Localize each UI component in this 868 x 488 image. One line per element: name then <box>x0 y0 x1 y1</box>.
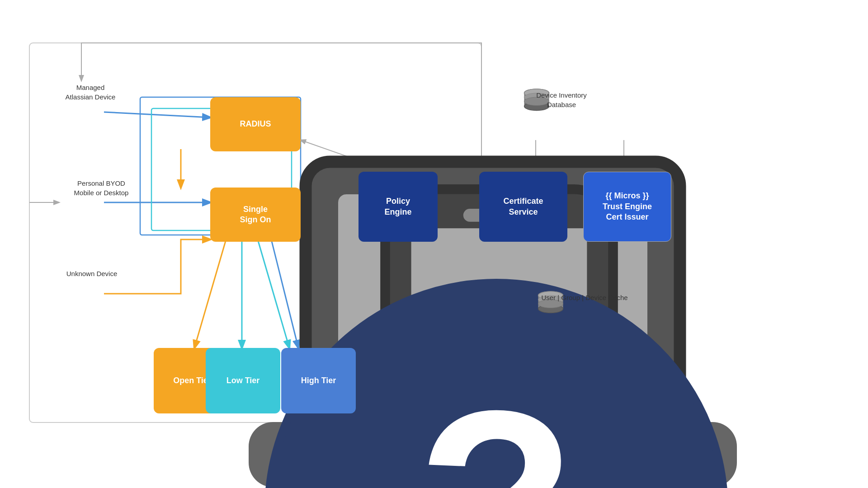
device-inventory-container: Device InventoryDatabase <box>521 88 602 109</box>
unknown-device-container: ? Unknown Device <box>62 267 121 278</box>
byod-container: Personal BYODMobile or Desktop <box>65 176 137 197</box>
managed-device-label: ManagedAtlassian Device <box>59 83 122 102</box>
user-cache-label: User | Group | Device Cache <box>535 293 634 302</box>
managed-device-container: ManagedAtlassian Device <box>59 80 122 102</box>
user-cache-container: User | Group | Device Cache <box>535 291 634 302</box>
radius-node: RADIUS <box>210 97 301 151</box>
svg-text:?: ? <box>417 357 576 488</box>
unknown-device-label: Unknown Device <box>62 269 121 278</box>
sso-node: SingleSign On <box>210 188 301 242</box>
certificate-service-node: CertificateService <box>479 172 567 242</box>
policy-engine-node: PolicyEngine <box>359 172 438 242</box>
low-tier-node: Low Tier <box>206 348 280 413</box>
device-inventory-label: Device InventoryDatabase <box>521 90 602 109</box>
byod-label: Personal BYODMobile or Desktop <box>65 178 137 197</box>
trust-engine-node: {{ Micros }}Trust EngineCert Issuer <box>583 172 671 242</box>
diagram: ManagedAtlassian Device Personal BYODMob… <box>0 0 868 488</box>
high-tier-node: High Tier <box>281 348 356 413</box>
